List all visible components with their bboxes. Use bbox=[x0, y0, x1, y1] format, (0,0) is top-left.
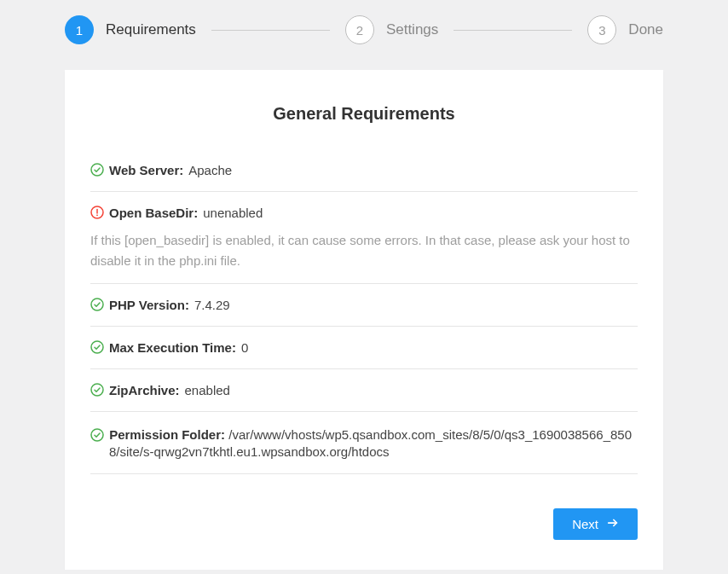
step-number-3: 3 bbox=[587, 15, 616, 44]
step-label-settings: Settings bbox=[386, 21, 438, 38]
req-value: 7.4.29 bbox=[194, 296, 230, 314]
req-label: Permission Folder: bbox=[109, 427, 225, 442]
req-value: enabled bbox=[185, 381, 230, 399]
step-settings[interactable]: 2 Settings bbox=[345, 15, 438, 44]
check-icon bbox=[90, 340, 104, 354]
req-label: Open BaseDir: bbox=[109, 204, 198, 222]
req-permission-folder: Permission Folder: /var/www/vhosts/wp5.q… bbox=[90, 412, 638, 474]
req-value: unenabled bbox=[203, 204, 263, 222]
step-number-2: 2 bbox=[345, 15, 374, 44]
next-button-label: Next bbox=[572, 517, 598, 531]
page-title: General Requirements bbox=[90, 104, 638, 124]
req-label: ZipArchive: bbox=[109, 381, 180, 399]
svg-point-5 bbox=[91, 341, 103, 353]
svg-point-3 bbox=[96, 214, 98, 216]
req-label: Web Server: bbox=[109, 161, 183, 179]
svg-point-7 bbox=[91, 429, 103, 441]
svg-point-6 bbox=[91, 384, 103, 396]
req-max-exec-time: Max Execution Time: 0 bbox=[90, 327, 638, 369]
req-open-basedir: Open BaseDir: unenabled If this [open_ba… bbox=[90, 192, 638, 284]
step-divider bbox=[454, 30, 572, 31]
stepper: 1 Requirements 2 Settings 3 Done bbox=[65, 9, 663, 44]
requirements-card: General Requirements Web Server: Apache … bbox=[65, 70, 663, 570]
check-icon bbox=[90, 163, 104, 177]
req-web-server: Web Server: Apache bbox=[90, 149, 638, 192]
step-requirements[interactable]: 1 Requirements bbox=[65, 15, 196, 44]
req-label: Max Execution Time: bbox=[109, 339, 236, 357]
svg-point-4 bbox=[91, 299, 103, 310]
step-label-done: Done bbox=[628, 21, 663, 38]
next-button[interactable]: Next bbox=[553, 508, 638, 540]
check-icon bbox=[90, 298, 104, 311]
req-ziparchive: ZipArchive: enabled bbox=[90, 369, 638, 412]
step-label-requirements: Requirements bbox=[106, 21, 196, 38]
check-icon bbox=[90, 428, 104, 442]
arrow-right-icon bbox=[607, 517, 619, 531]
req-note: If this [open_basedir] is enabled, it ca… bbox=[90, 230, 638, 271]
step-number-1: 1 bbox=[65, 15, 94, 44]
step-done[interactable]: 3 Done bbox=[587, 15, 663, 44]
alert-icon bbox=[90, 206, 104, 219]
check-icon bbox=[90, 383, 104, 397]
req-value: Apache bbox=[188, 161, 232, 179]
svg-point-0 bbox=[91, 164, 103, 176]
req-label: PHP Version: bbox=[109, 296, 189, 314]
step-divider bbox=[211, 30, 330, 31]
req-php-version: PHP Version: 7.4.29 bbox=[90, 284, 638, 327]
req-value: 0 bbox=[241, 339, 248, 357]
